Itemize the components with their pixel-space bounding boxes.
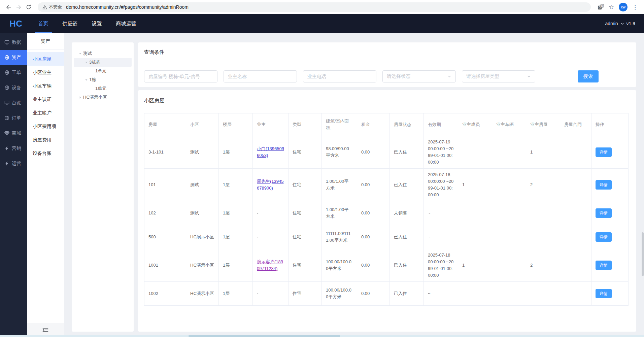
tree-node-label: 1单元	[95, 86, 106, 92]
owner-name-input[interactable]	[224, 70, 297, 82]
cell-validity: ~	[424, 282, 458, 306]
sidebar-item-mall[interactable]: 商城	[0, 126, 27, 141]
search-button[interactable]: 搜索	[578, 70, 599, 82]
cell-community: HC演示小区	[186, 249, 219, 282]
url-text: demo.homecommunity.cn/#/pages/community/…	[66, 4, 189, 10]
browser-menu-icon[interactable]: ⋮	[632, 4, 638, 11]
detail-button[interactable]: 详情	[596, 180, 612, 190]
user-menu[interactable]: admin	[605, 21, 618, 26]
cell-owner: -	[253, 225, 289, 249]
sidebar-item-orders[interactable]: 订单	[0, 110, 27, 126]
submenu-item-community-owners[interactable]: 小区业主	[27, 66, 64, 79]
sidebar-item-label: 台账	[12, 100, 21, 106]
cell-community: 测试	[186, 201, 219, 225]
sidebar-item-marketing[interactable]: 营销	[0, 141, 27, 156]
cell-floor: 1层	[219, 282, 253, 306]
cell-owner: 小白(13965096053)	[253, 136, 289, 169]
cell-vehicles	[492, 136, 526, 169]
browser-chrome: 不安全 demo.homecommunity.cn/#/pages/commun…	[0, 0, 644, 14]
cell-room: 101	[144, 169, 186, 201]
caret-down-icon[interactable]	[83, 61, 89, 64]
bookmark-star-icon[interactable]: ☆	[609, 4, 614, 10]
column-header-rent: 租金	[357, 113, 390, 136]
room-number-input[interactable]	[144, 70, 217, 82]
cell-type: 住宅	[289, 249, 322, 282]
translate-icon: G文	[598, 4, 604, 10]
submenu-item-room-fees[interactable]: 房屋费用	[27, 133, 64, 146]
tree-node[interactable]: 1单元	[74, 67, 132, 75]
sidebar-item-operations[interactable]: 运营	[0, 156, 27, 171]
submenu-item-community-fee-items[interactable]: 小区费用项	[27, 120, 64, 133]
browser-profile-avatar[interactable]: xw	[619, 3, 628, 11]
browser-reload-button[interactable]	[24, 2, 34, 12]
cell-rent: 0.00	[357, 282, 390, 306]
cell-floor: 1层	[219, 249, 253, 282]
screen: 不安全 demo.homecommunity.cn/#/pages/commun…	[0, 0, 644, 337]
tree-node-label: 1栋	[89, 77, 96, 83]
monitor-icon	[4, 100, 9, 105]
horizontal-scrollbar[interactable]	[0, 335, 644, 337]
cell-floor: 1层	[219, 201, 253, 225]
detail-button[interactable]: 详情	[596, 289, 612, 298]
browser-actions: G文 ☆ xw ⋮	[595, 3, 641, 11]
tree-node[interactable]: 1栋	[74, 75, 132, 84]
tree-node-label: HC演示小区	[83, 94, 107, 100]
cell-status: 未销售	[390, 201, 424, 225]
browser-forward-button[interactable]	[13, 2, 24, 12]
horizontal-scrollbar-thumb[interactable]	[189, 335, 340, 337]
not-secure-badge[interactable]: 不安全	[42, 4, 62, 10]
caret-down-icon[interactable]	[83, 78, 89, 81]
nav-item-mall-operations[interactable]: 商城运营	[109, 14, 143, 33]
cell-vehicles	[492, 249, 526, 282]
nav-item-supply-chain[interactable]: 供应链	[56, 14, 85, 33]
sidebar-item-ledger[interactable]: 台账	[0, 95, 27, 110]
url-bar[interactable]: 不安全 demo.homecommunity.cn/#/pages/commun…	[38, 2, 591, 12]
owner-link[interactable]: 演示客户(18909711234)	[257, 259, 283, 271]
cell-type: 住宅	[289, 201, 322, 225]
cell-owner: -	[253, 282, 289, 306]
cell-contract	[560, 201, 591, 225]
submenu-item-owner-accounts[interactable]: 业主账户	[27, 106, 64, 120]
column-header-houses: 业主房屋	[526, 113, 560, 136]
detail-button[interactable]: 详情	[596, 232, 612, 242]
detail-button[interactable]: 详情	[596, 261, 612, 270]
tree-node[interactable]: HC演示小区	[74, 93, 132, 102]
owner-link[interactable]: 周先生(13945678900)	[257, 179, 283, 191]
submenu-item-owner-auth[interactable]: 业主认证	[27, 93, 64, 106]
owner-link[interactable]: 小白(13965096053)	[257, 146, 284, 158]
browser-back-button[interactable]	[3, 2, 13, 12]
sidebar-item-work-orders[interactable]: 工单	[0, 65, 27, 80]
cell-action: 详情	[591, 225, 629, 249]
cell-contract	[560, 225, 591, 249]
tree-node[interactable]: 测试	[74, 49, 132, 58]
cell-members	[458, 201, 492, 225]
detail-button[interactable]: 详情	[596, 208, 612, 218]
translate-button[interactable]: G文	[598, 4, 604, 10]
submenu-item-community-rooms[interactable]: 小区房屋	[27, 52, 64, 66]
cell-floor: 1层	[219, 169, 253, 201]
nav-item-settings[interactable]: 设置	[85, 14, 109, 33]
tree-node[interactable]: 3栋栋	[74, 58, 132, 67]
cell-rent: 0.00	[357, 249, 390, 282]
chevron-down-icon[interactable]	[620, 22, 624, 26]
tree-node-label: 1单元	[95, 68, 106, 74]
chevron-down-icon	[527, 74, 531, 78]
app-logo[interactable]: HC	[0, 19, 31, 29]
owner-phone-input[interactable]	[303, 70, 376, 82]
nav-item-home[interactable]: 首页	[31, 14, 56, 33]
submenu-item-device-ledger[interactable]: 设备台账	[27, 146, 64, 160]
detail-button[interactable]: 详情	[596, 147, 612, 157]
caret-down-icon[interactable]	[77, 52, 83, 55]
app-layout: 数据资产工单设备台账订单商城营销运营 资产 小区房屋小区业主小区车辆业主认证业主…	[0, 33, 644, 337]
room-type-select[interactable]: 请选择房屋类型	[462, 70, 535, 82]
sidebar-item-devices[interactable]: 设备	[0, 80, 27, 95]
sidebar-item-data[interactable]: 数据	[0, 35, 27, 50]
caret-right-icon[interactable]	[77, 96, 83, 99]
cell-area: 100.00/100.00平方米	[322, 249, 357, 282]
status-select[interactable]: 请选择状态	[382, 70, 456, 82]
monitor-icon	[4, 40, 9, 45]
sidebar-item-assets[interactable]: 资产	[0, 50, 27, 65]
vertical-scrollbar-thumb[interactable]	[642, 232, 644, 276]
submenu-item-community-vehicles[interactable]: 小区车辆	[27, 79, 64, 93]
tree-node[interactable]: 1单元	[74, 84, 132, 93]
